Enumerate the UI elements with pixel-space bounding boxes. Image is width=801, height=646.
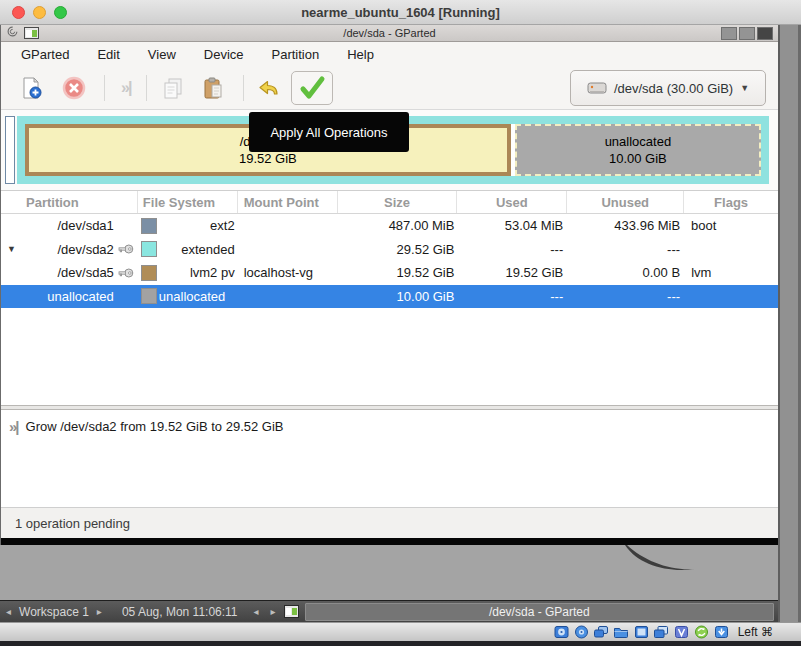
window-list-next-icon[interactable]: ▸ [269, 606, 278, 617]
features-icon[interactable] [673, 625, 690, 640]
table-empty-area [1, 308, 778, 405]
column-header-unused[interactable]: Unused [567, 191, 684, 213]
host-key-label: Left ⌘ [738, 625, 773, 639]
optical-disc-icon[interactable] [573, 625, 590, 640]
toolbar: »| /dev/sda (30.00 GiB) [1, 67, 778, 110]
hard-drive-icon [587, 81, 607, 95]
partition-bar-sda1[interactable] [5, 116, 15, 184]
gparted-titlebar[interactable]: /dev/sda - GParted [1, 25, 778, 42]
vm-close-button[interactable] [757, 27, 773, 40]
new-partition-icon[interactable] [19, 76, 43, 100]
vm-desktop [0, 545, 778, 600]
menubar: GParted Edit View Device Partition Help [1, 42, 778, 67]
operation-item: Grow /dev/sda2 from 19.52 GiB to 29.52 G… [26, 419, 284, 434]
seamless-windows-icon[interactable] [653, 625, 670, 640]
wallpaper-swoosh [600, 545, 720, 582]
gparted-window-title: /dev/sda - GParted [1, 27, 778, 39]
device-selector-label: /dev/sda (30.00 GiB) [614, 81, 733, 96]
vm-minimize-button[interactable] [721, 27, 737, 40]
partition-graphic-area: /dev/sda5 19.52 GiB unallocated 10.00 Gi… [1, 110, 778, 190]
key-icon [114, 265, 138, 281]
table-row-sda1[interactable]: /dev/sda1 ext2 487.00 MiB 53.04 MiB 433.… [1, 214, 778, 238]
workspace-next-icon[interactable]: ▸ [95, 606, 104, 617]
gparted-taskbar-icon[interactable] [284, 605, 299, 618]
toolbar-separator [104, 75, 105, 101]
column-header-flags[interactable]: Flags [684, 191, 778, 213]
taskbar-window-button-label: /dev/sda - GParted [489, 605, 590, 619]
expander-icon[interactable]: ▼ [7, 244, 21, 254]
chevron-down-icon: ▼ [740, 83, 749, 93]
grow-operation-icon: »| [9, 419, 18, 435]
undo-icon[interactable] [256, 75, 282, 101]
column-header-used[interactable]: Used [457, 191, 567, 213]
fs-color-swatch [141, 288, 157, 304]
vm-maximize-button[interactable] [739, 27, 755, 40]
network-icon[interactable] [593, 625, 610, 640]
menu-help[interactable]: Help [337, 44, 384, 65]
virtualbox-vm-window: nearme_ubuntu_1604 [Running] /dev/sda - … [0, 0, 801, 646]
background-window-strip [0, 641, 801, 646]
vbox-statusbar: Left ⌘ [0, 622, 801, 641]
table-row-unallocated[interactable]: unallocated unallocated 10.00 GiB --- --… [1, 285, 778, 309]
pending-operations-count: 1 operation pending [15, 516, 130, 531]
hard-disk-icon[interactable] [553, 625, 570, 640]
workspace-label[interactable]: Workspace 1 [19, 605, 89, 619]
paste-icon[interactable] [201, 76, 225, 100]
host-window-title: nearme_ubuntu_1604 [Running] [0, 5, 801, 20]
vm-screen: /dev/sda - GParted GParted Edit View Dev… [0, 25, 778, 622]
partition-bar-unallocated-size: 10.00 GiB [609, 150, 667, 167]
macos-traffic-lights [12, 6, 67, 19]
minimize-button[interactable] [33, 6, 46, 19]
resize-move-icon[interactable]: »| [121, 79, 130, 97]
column-header-size[interactable]: Size [338, 191, 458, 213]
fs-color-swatch [141, 218, 157, 234]
operations-pane: »| Grow /dev/sda2 from 19.52 GiB to 29.5… [1, 410, 778, 507]
clock[interactable]: 05 Aug, Mon 11:06:11 [122, 605, 238, 619]
device-selector[interactable]: /dev/sda (30.00 GiB) ▼ [570, 70, 766, 106]
menu-gparted[interactable]: GParted [11, 44, 79, 65]
partition-bar-sda5-size: 19.52 GiB [239, 150, 297, 167]
partition-table-header: Partition File System Mount Point Size U… [1, 190, 778, 214]
shared-folders-icon[interactable] [613, 625, 630, 640]
menu-edit[interactable]: Edit [87, 44, 129, 65]
apply-tooltip: Apply All Operations [249, 112, 409, 152]
close-button[interactable] [12, 6, 25, 19]
workspace-prev-icon[interactable]: ◂ [4, 606, 13, 617]
macos-titlebar: nearme_ubuntu_1604 [Running] [0, 0, 801, 25]
gparted-statusbar: 1 operation pending [1, 507, 778, 538]
gparted-window: /dev/sda - GParted GParted Edit View Dev… [0, 25, 778, 545]
toolbar-separator [146, 75, 147, 101]
column-header-filesystem[interactable]: File System [138, 191, 238, 213]
zoom-button[interactable] [54, 6, 67, 19]
column-header-mountpoint[interactable]: Mount Point [238, 191, 338, 213]
fs-color-swatch [141, 265, 157, 281]
column-header-partition[interactable]: Partition [1, 191, 138, 213]
delete-partition-icon[interactable] [62, 76, 86, 100]
apply-all-operations-button[interactable] [291, 71, 333, 105]
window-list-prev-icon[interactable]: ◂ [252, 606, 261, 617]
menu-partition[interactable]: Partition [262, 44, 330, 65]
partition-bar-unallocated[interactable]: unallocated 10.00 GiB [515, 124, 761, 176]
keyboard-capture-icon[interactable] [713, 625, 730, 640]
partition-table: /dev/sda1 ext2 487.00 MiB 53.04 MiB 433.… [1, 214, 778, 308]
display-icon[interactable] [633, 625, 650, 640]
key-icon [114, 241, 138, 257]
menu-view[interactable]: View [138, 44, 186, 65]
table-row-sda5[interactable]: /dev/sda5 lvm2 pv localhost-vg 19.52 GiB… [1, 261, 778, 285]
vbox-display-filler [778, 25, 801, 622]
menu-device[interactable]: Device [194, 44, 254, 65]
toolbar-separator [243, 75, 244, 101]
table-row-sda2[interactable]: ▼/dev/sda2 extended 29.52 GiB --- --- [1, 238, 778, 262]
copy-icon[interactable] [161, 76, 185, 100]
mouse-integration-icon[interactable] [693, 625, 710, 640]
window-bottom-edge [1, 538, 778, 545]
taskbar-window-button[interactable]: /dev/sda - GParted [305, 603, 774, 621]
vm-taskbar: ◂ Workspace 1 ▸ 05 Aug, Mon 11:06:11 ◂ ▸… [0, 600, 778, 622]
fs-color-swatch [141, 241, 157, 257]
partition-bar-unallocated-label: unallocated [605, 133, 672, 150]
